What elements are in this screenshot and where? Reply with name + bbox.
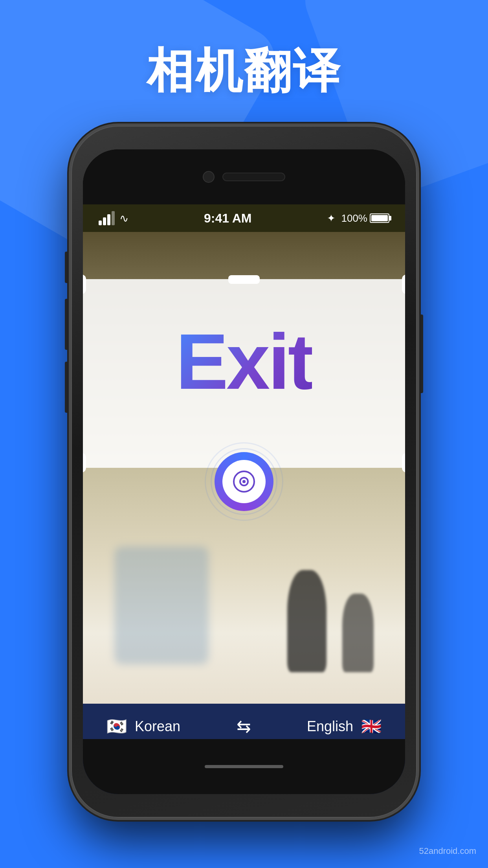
swap-languages-button[interactable]: ⇆ xyxy=(237,716,251,736)
corner-handle-tr xyxy=(402,274,405,294)
person-silhouette-1 xyxy=(287,570,327,672)
battery-percentage: 100% xyxy=(341,212,367,224)
handle-top xyxy=(228,275,260,284)
wifi-icon: ∿ xyxy=(119,212,128,225)
corner-handle-br xyxy=(402,453,405,473)
target-language-label: English xyxy=(307,718,353,735)
camera-viewfinder: Exit xyxy=(83,232,405,704)
watermark: 52android.com xyxy=(419,846,476,856)
phone-shell: ∿ 9:41 AM ✦ 100% xyxy=(71,126,417,818)
camera-icon xyxy=(232,470,256,493)
corner-handle-bl xyxy=(83,453,86,473)
person-silhouette-2 xyxy=(342,594,374,672)
camera-capture-overlay[interactable] xyxy=(215,452,273,511)
status-right-group: ✦ 100% xyxy=(327,212,389,224)
phone-volume-down-button xyxy=(65,362,70,413)
page-title: 相机翻译 xyxy=(0,39,488,103)
phone-speaker xyxy=(222,173,285,181)
signal-strength-icon xyxy=(99,211,115,225)
battery-container: 100% xyxy=(341,212,389,224)
status-left-group: ∿ xyxy=(99,211,128,225)
home-indicator xyxy=(205,765,283,768)
battery-fill xyxy=(371,215,388,221)
source-language-label: Korean xyxy=(135,718,180,735)
source-language-item[interactable]: 🇰🇷 Korean xyxy=(106,717,180,736)
status-time: 9:41 AM xyxy=(204,211,252,226)
phone-volume-up-button xyxy=(65,299,70,350)
svg-point-3 xyxy=(242,480,246,483)
status-bar: ∿ 9:41 AM ✦ 100% xyxy=(83,204,405,232)
source-flag-icon: 🇰🇷 xyxy=(106,717,127,736)
detected-text-overlay: Exit xyxy=(176,316,312,407)
camera-button-ring xyxy=(215,452,273,511)
phone-power-button xyxy=(418,314,423,393)
scan-overlay: Exit xyxy=(83,279,405,468)
front-camera xyxy=(203,171,215,183)
phone-mockup: ∿ 9:41 AM ✦ 100% xyxy=(71,126,417,818)
target-language-item[interactable]: English 🇬🇧 xyxy=(307,717,382,736)
bluetooth-icon: ✦ xyxy=(327,212,336,224)
phone-bottom-bezel xyxy=(83,739,405,794)
target-flag-icon: 🇬🇧 xyxy=(361,717,382,736)
phone-screen: ∿ 9:41 AM ✦ 100% xyxy=(83,149,405,794)
phone-top-bezel xyxy=(83,149,405,204)
phone-mute-button xyxy=(65,252,70,283)
background-object xyxy=(114,546,209,664)
camera-button-inner xyxy=(222,460,266,503)
corner-handle-tl xyxy=(83,274,86,294)
battery-icon xyxy=(370,213,389,223)
